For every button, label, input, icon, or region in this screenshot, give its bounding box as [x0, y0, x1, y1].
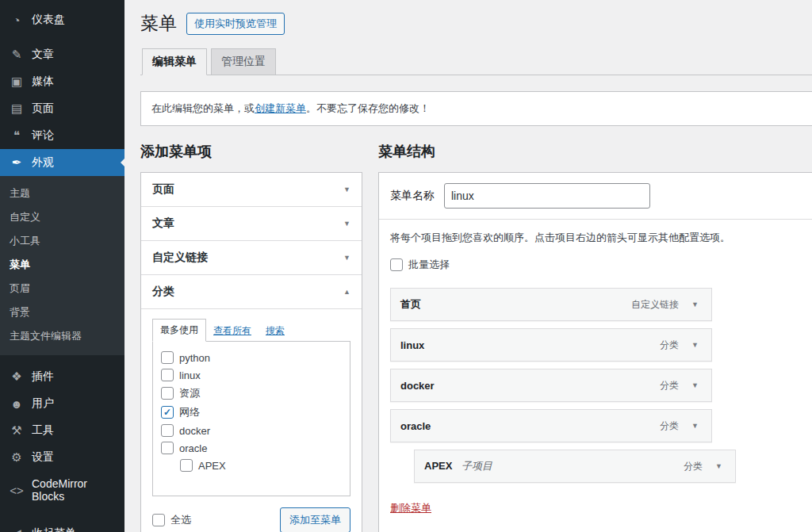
chevron-down-icon[interactable]: ▼ — [688, 378, 702, 392]
accordion-section-custom-links[interactable]: 自定义链接 ▼ — [141, 241, 362, 275]
sidebar-separator — [0, 33, 124, 41]
menu-structure-heading: 菜单结构 — [378, 142, 812, 161]
edit-menu-notice: 在此编辑您的菜单，或创建新菜单。不要忘了保存您的修改！ — [140, 91, 812, 126]
accordion-section-categories[interactable]: 分类 ▲ — [141, 275, 362, 309]
add-to-menu-button[interactable]: 添加至菜单 — [280, 507, 350, 532]
category-checkbox-python[interactable]: python — [161, 349, 343, 366]
menu-item-linux[interactable]: linux 分类 ▼ — [390, 328, 712, 362]
sidebar-item-label: 外观 — [32, 155, 54, 170]
checkbox-unchecked — [180, 459, 193, 472]
appearance-submenu: 主题 自定义 小工具 菜单 页眉 背景 主题文件编辑器 — [0, 176, 124, 355]
chevron-down-icon[interactable]: ▼ — [688, 338, 702, 352]
menu-item-oracle[interactable]: oracle 分类 ▼ — [390, 409, 712, 442]
comments-icon: ❝ — [9, 128, 25, 143]
category-checkbox-ziyuan[interactable]: 资源 — [161, 384, 343, 403]
sidebar-item-label: 页面 — [32, 101, 54, 116]
sidebar-item-tools[interactable]: ⚒ 工具 — [0, 417, 124, 444]
chevron-down-icon: ▼ — [343, 220, 350, 228]
category-checkbox-linux[interactable]: linux — [161, 366, 343, 384]
checkbox-unchecked — [161, 351, 174, 364]
chevron-down-icon: ▼ — [343, 186, 350, 193]
tab-search[interactable]: 搜索 — [259, 320, 292, 342]
submenu-item-header[interactable]: 页眉 — [0, 277, 124, 300]
menu-item-home[interactable]: 首页 自定义链接 ▼ — [390, 288, 712, 321]
menu-name-label: 菜单名称 — [390, 189, 435, 203]
accordion-section-pages[interactable]: 页面 ▼ — [141, 173, 362, 207]
delete-menu-link[interactable]: 删除菜单 — [390, 501, 431, 515]
sidebar-item-label: CodeMirror Blocks — [32, 477, 116, 503]
sidebar-item-settings[interactable]: ⚙ 设置 — [0, 444, 124, 471]
checkbox-unchecked — [161, 387, 174, 400]
submenu-item-background[interactable]: 背景 — [0, 300, 124, 324]
menu-item-docker[interactable]: docker 分类 ▼ — [390, 369, 712, 402]
menu-item-apex[interactable]: APEX 子项目 分类 ▼ — [414, 450, 736, 483]
category-checkbox-oracle[interactable]: oracle — [161, 439, 343, 457]
category-checkbox-wangluo[interactable]: ✓ 网络 — [161, 403, 343, 422]
menu-name-row: 菜单名称 — [379, 173, 812, 220]
category-checkbox-apex[interactable]: APEX — [180, 457, 343, 474]
sidebar-item-label: 仪表盘 — [32, 13, 65, 27]
category-label: 资源 — [179, 386, 200, 400]
sidebar-item-pages[interactable]: ▤ 页面 — [0, 95, 124, 122]
collapse-icon: ◀ — [9, 526, 25, 532]
menu-item-sub-label: 子项目 — [462, 460, 492, 472]
sidebar-item-plugins[interactable]: ❖ 插件 — [0, 363, 124, 390]
bulk-select-checkbox[interactable]: 批量选择 — [390, 258, 462, 272]
submenu-item-customize[interactable]: 自定义 — [0, 205, 124, 229]
drag-order-hint: 将每个项目拖到您喜欢的顺序。点击项目右边的箭头可显示其他配置选项。 — [390, 231, 812, 245]
sidebar-item-codemirror-blocks[interactable]: <> CodeMirror Blocks — [0, 471, 124, 509]
tab-most-used[interactable]: 最多使用 — [152, 319, 206, 342]
checkbox-unchecked — [161, 424, 174, 437]
category-label: 网络 — [179, 405, 200, 419]
admin-sidebar: ◔ 仪表盘 ✎ 文章 ▣ 媒体 ▤ 页面 ❝ 评论 ✒ 外观 主题 自定义 小工… — [0, 0, 124, 532]
checkbox-unchecked — [161, 369, 174, 381]
tab-view-all[interactable]: 查看所有 — [206, 320, 259, 342]
sidebar-item-appearance[interactable]: ✒ 外观 — [0, 149, 124, 176]
appearance-icon: ✒ — [9, 155, 25, 170]
manage-with-live-preview-button[interactable]: 使用实时预览管理 — [186, 13, 285, 35]
menu-name-input[interactable] — [444, 183, 650, 209]
sidebar-item-comments[interactable]: ❝ 评论 — [0, 122, 124, 149]
menu-item-title: oracle — [400, 420, 431, 432]
submenu-item-widgets[interactable]: 小工具 — [0, 229, 124, 253]
sidebar-item-posts[interactable]: ✎ 文章 — [0, 41, 124, 68]
chevron-down-icon[interactable]: ▼ — [688, 419, 702, 433]
users-icon: ☻ — [9, 397, 25, 411]
submenu-item-menus[interactable]: 菜单 — [0, 253, 124, 277]
categories-tabs: 最多使用 查看所有 搜索 — [152, 319, 350, 342]
category-checkbox-docker[interactable]: docker — [161, 422, 343, 439]
category-label: docker — [179, 425, 210, 437]
bulk-select-label: 批量选择 — [408, 258, 450, 272]
submenu-item-theme-editor[interactable]: 主题文件编辑器 — [0, 324, 124, 348]
accordion-section-posts[interactable]: 文章 ▼ — [141, 207, 362, 241]
sidebar-item-media[interactable]: ▣ 媒体 — [0, 68, 124, 95]
category-label: oracle — [179, 442, 207, 454]
posts-icon: ✎ — [9, 48, 25, 62]
sidebar-item-label: 工具 — [32, 423, 54, 438]
tab-edit-menus[interactable]: 编辑菜单 — [142, 48, 207, 75]
chevron-down-icon: ▼ — [343, 254, 350, 262]
sidebar-item-users[interactable]: ☻ 用户 — [0, 390, 124, 417]
category-label: linux — [179, 369, 201, 381]
accordion-label: 自定义链接 — [152, 251, 208, 265]
chevron-down-icon[interactable]: ▼ — [688, 297, 702, 312]
main-content: 菜单 使用实时预览管理 编辑菜单 管理位置 在此编辑您的菜单，或创建新菜单。不要… — [124, 0, 812, 532]
plugins-icon: ❖ — [9, 369, 25, 384]
sidebar-item-dashboard[interactable]: ◔ 仪表盘 — [0, 6, 124, 33]
menu-item-type: 分类 — [660, 379, 679, 392]
sidebar-item-label: 文章 — [32, 48, 54, 62]
create-new-menu-link[interactable]: 创建新菜单 — [255, 102, 306, 114]
chevron-down-icon[interactable]: ▼ — [712, 459, 726, 473]
code-icon: <> — [9, 484, 25, 497]
category-checklist: python linux 资源 — [152, 341, 350, 496]
select-all-checkbox[interactable]: 全选 — [152, 513, 191, 527]
notice-text-before: 在此编辑您的菜单，或 — [151, 102, 255, 114]
submenu-item-themes[interactable]: 主题 — [0, 182, 124, 205]
sidebar-item-collapse-menu[interactable]: ◀ 收起菜单 — [0, 520, 124, 532]
accordion-label: 页面 — [152, 182, 174, 197]
tab-manage-locations[interactable]: 管理位置 — [211, 48, 276, 75]
category-label: python — [179, 352, 210, 364]
menu-item-type: 分类 — [660, 419, 679, 433]
menu-item-type: 自定义链接 — [631, 298, 679, 312]
sidebar-item-label: 设置 — [32, 450, 54, 465]
